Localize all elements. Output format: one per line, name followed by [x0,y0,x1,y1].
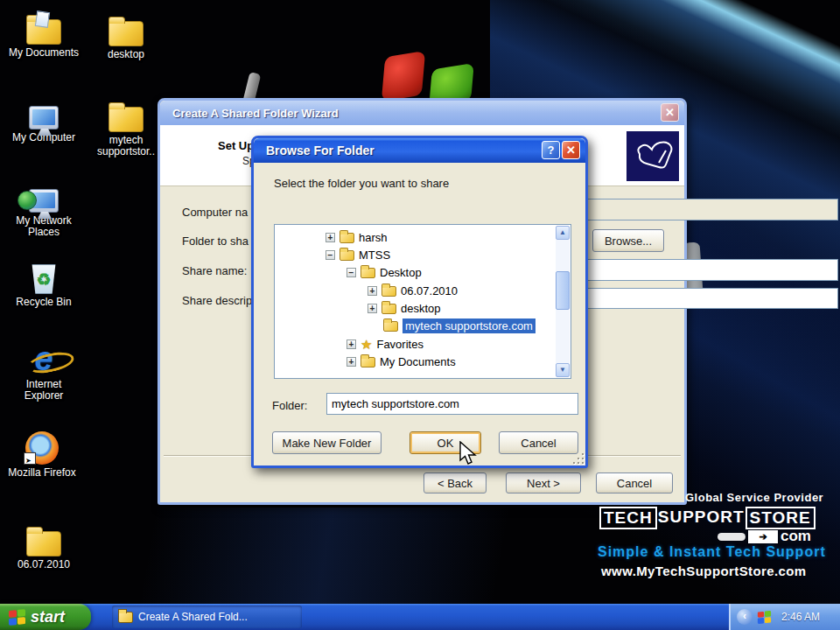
expand-plus-icon[interactable]: + [368,286,377,296]
shared-folder-sketch [633,138,673,175]
folder-icon [360,357,375,368]
tree-item-my-documents[interactable]: + My Documents [346,354,456,370]
desktop-icon-recycle-bin[interactable]: ♻ Recycle Bin [7,254,80,308]
expand-plus-icon[interactable]: + [326,233,335,242]
shared-folder-icon [626,131,679,181]
task-button-label: Create A Shared Fold... [138,611,248,623]
tray-clock[interactable]: 2:46 AM [781,611,820,623]
logo-support: SUPPORT [657,507,746,528]
tree-item-label-selected[interactable]: mytech supportstore.com [402,318,536,333]
tree-item-label[interactable]: Desktop [380,266,422,279]
folder-icon [89,92,163,132]
share-name-label: Share name: [182,264,247,277]
desktop-icon-mytech-folder[interactable]: mytech supportstor.. [89,92,163,158]
branding-logo: TECH SUPPORT STORE [599,507,816,529]
tree-item-label[interactable]: 06.07.2010 [401,284,458,298]
back-button[interactable]: < Back [424,472,486,494]
browse-for-folder-dialog: Browse For Folder ? ✕ Select the folder … [251,136,588,468]
taskbar-task-button[interactable]: Create A Shared Fold... [112,606,302,628]
folder-icon [382,286,396,297]
tree-scrollbar[interactable]: ▲ ▼ [556,226,570,377]
scrollbar-thumb[interactable] [556,271,570,310]
branding-tagline-mid: Simple & Instant Tech Support [598,544,826,560]
expand-plus-icon[interactable]: + [346,340,356,349]
tray-security-icon[interactable] [758,610,771,623]
desktop-icon-label: Recycle Bin [7,297,80,308]
hide-icons-chevron-icon[interactable]: ‹ [737,609,752,625]
tree-item-favorites[interactable]: + ★ Favorites [346,336,424,353]
system-tray: ‹ 2:46 AM [729,604,840,630]
mouse-cursor-icon [458,441,477,471]
tree-item-label[interactable]: desktop [401,302,441,315]
branding-website: www.MyTechSupportStore.com [601,564,807,578]
desktop-icon-label: My Documents [7,47,80,59]
folder-icon [340,233,354,243]
folder-open-icon [383,321,398,332]
tree-item-mtss[interactable]: − MTSS [326,247,390,263]
folder-icon [7,516,80,556]
browse-button[interactable]: Browse... [592,229,664,252]
close-icon[interactable]: ✕ [661,103,679,122]
resize-grip[interactable] [572,452,584,464]
desktop-icon-label: Internet Explorer [7,379,80,402]
expand-plus-icon[interactable]: + [346,357,356,367]
folder-field-label: Folder: [272,399,307,412]
shared-folder-task-icon [118,612,133,623]
logo-pill-shape [718,533,746,541]
desktop-icon-my-documents[interactable]: My Documents [7,4,80,59]
tree-item-label[interactable]: My Documents [380,355,456,368]
desktop-icon-label: Mozilla Firefox [5,467,79,479]
folder-icon [89,6,163,46]
windows-logo-icon [9,609,25,626]
collapse-minus-icon[interactable]: − [346,268,356,277]
desktop-icon-label: 06.07.2010 [7,559,80,570]
browse-dialog-titlebar[interactable]: Browse For Folder ? ✕ [254,138,585,163]
logo-tech: TECH [599,507,657,529]
collapse-minus-icon[interactable]: − [326,250,335,260]
close-icon[interactable]: ✕ [562,141,580,159]
desktop-icon-desktop-folder[interactable]: desktop [89,6,163,60]
desktop-icon-my-network-places[interactable]: My Network Places [7,172,80,238]
taskbar: start Create A Shared Fold... ‹ 2:46 AM [0,604,840,630]
desktop-icon-my-computer[interactable]: My Computer [7,89,80,144]
browse-cancel-button[interactable]: Cancel [499,431,578,454]
scroll-up-icon[interactable]: ▲ [556,226,570,240]
tree-item-mytech-selected[interactable]: mytech supportstore.com [383,318,536,334]
browse-instruction: Select the folder you want to share [274,177,449,190]
wallpaper-streak-low [105,508,595,604]
desktop-icon-internet-explorer[interactable]: e Internet Explorer [7,336,80,402]
recycle-bin-icon: ♻ [7,254,80,294]
folder-icon [340,250,354,261]
desktop-icon-label: desktop [89,49,163,60]
tree-item-desktop-sub[interactable]: + desktop [368,300,441,317]
branding-tagline-top: Global Service Provider [685,491,823,504]
scroll-down-icon[interactable]: ▼ [556,363,570,377]
tree-item-desktop[interactable]: − Desktop [346,264,422,281]
tree-item-label[interactable]: MTSS [359,248,390,262]
internet-explorer-icon: e [7,336,80,376]
wizard-cancel-button[interactable]: Cancel [596,472,673,494]
make-new-folder-button[interactable]: Make New Folder [272,431,382,454]
branding-logo-row2: ➔ com [718,529,811,543]
start-button[interactable]: start [0,604,91,630]
help-icon[interactable]: ? [542,141,560,159]
desktop-icon-date-folder[interactable]: 06.07.2010 [7,516,80,570]
tree-item-harsh[interactable]: + harsh [326,229,388,246]
desktop-icon-mozilla-firefox[interactable]: Mozilla Firefox [5,424,79,479]
folder-icon [360,268,375,278]
wizard-title: Create A Shared Folder Wizard [160,107,339,120]
folder-icon [382,304,396,314]
folder-path-input[interactable] [326,393,578,415]
tree-item-label[interactable]: harsh [359,231,388,244]
firefox-icon [5,424,79,465]
tree-item-06072010[interactable]: + 06.07.2010 [368,283,458,299]
my-computer-icon [7,89,80,130]
folder-tree[interactable]: + harsh − MTSS − Desktop + 06.07.2010 + … [274,224,571,379]
expand-plus-icon[interactable]: + [368,304,377,313]
next-button[interactable]: Next > [506,472,581,494]
tree-item-label[interactable]: Favorites [376,338,423,351]
browse-dialog-title: Browse For Folder [254,144,374,158]
share-description-label: Share descrip [182,294,252,307]
star-icon: ★ [360,337,372,353]
wizard-titlebar[interactable]: Create A Shared Folder Wizard ✕ [160,101,684,125]
